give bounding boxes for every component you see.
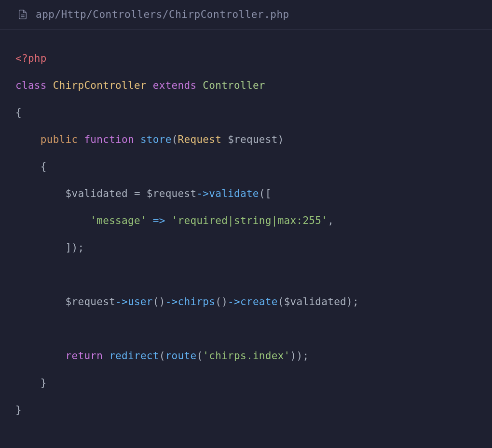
- brace-open: {: [15, 107, 22, 118]
- code-line-1: <?php: [15, 45, 477, 72]
- code-line-7: 'message' => 'required|string|max:255',: [15, 207, 477, 234]
- code-line-3: {: [15, 99, 477, 126]
- php-open-tag: <?php: [15, 53, 47, 64]
- parens: (): [153, 296, 165, 308]
- code-line-10: return redirect(route('chirps.index'));: [15, 342, 477, 369]
- arrow-op: ->: [165, 296, 178, 308]
- arrow-op: ->: [196, 188, 209, 199]
- paren-open: (: [278, 296, 284, 308]
- visibility-keyword: public: [41, 134, 78, 145]
- paren-close: );: [346, 296, 359, 308]
- code-line-12: }: [15, 396, 477, 423]
- bracket: ([: [259, 188, 272, 199]
- paren-open: (: [159, 350, 165, 362]
- code-line-5: {: [15, 153, 477, 180]
- code-line-6: $validated = $request->validate([: [15, 180, 477, 207]
- method-call: validate: [209, 188, 259, 199]
- function-call: redirect: [109, 350, 159, 362]
- file-icon: [17, 9, 28, 20]
- function-call: route: [165, 350, 197, 362]
- extends-keyword: extends: [153, 80, 197, 91]
- paren-close: ): [278, 134, 284, 145]
- paren-open: (: [172, 134, 178, 145]
- paren-open: (: [196, 350, 203, 362]
- method-call: create: [240, 296, 278, 308]
- method-call: chirps: [178, 296, 216, 308]
- code-line-9: $request->user()->chirps()->create($vali…: [15, 288, 477, 315]
- parent-class: Controller: [203, 80, 265, 91]
- function-name: store: [140, 134, 172, 145]
- class-keyword: class: [15, 80, 47, 91]
- string-value: 'required|string|max:255': [172, 215, 328, 226]
- method-call: user: [128, 296, 153, 308]
- code-line-4: public function store(Request $request): [15, 126, 477, 153]
- file-header: app/Http/Controllers/ChirpController.php: [0, 0, 492, 29]
- arrow-op: ->: [228, 296, 240, 308]
- code-line-11: }: [15, 369, 477, 396]
- code-line-blank-1: [15, 261, 477, 288]
- brace-close: }: [41, 377, 47, 389]
- equals: =: [128, 188, 147, 199]
- brace-open: {: [41, 161, 47, 172]
- return-keyword: return: [66, 350, 103, 362]
- string-key: 'message': [90, 215, 147, 226]
- comma: ,: [328, 215, 334, 226]
- file-path: app/Http/Controllers/ChirpController.php: [36, 9, 289, 20]
- code-line-8: ]);: [15, 234, 477, 261]
- function-keyword: function: [84, 134, 134, 145]
- param-name: $request: [228, 134, 278, 145]
- variable: $request: [66, 296, 116, 308]
- paren-close: ));: [290, 350, 309, 362]
- variable: $request: [147, 188, 197, 199]
- string-literal: 'chirps.index': [203, 350, 290, 362]
- fat-arrow: =>: [147, 215, 172, 226]
- code-block: <?php class ChirpController extends Cont…: [0, 29, 492, 439]
- brace-close: }: [15, 404, 22, 416]
- variable: $validated: [66, 188, 128, 199]
- parens: (): [215, 296, 228, 308]
- bracket-close: ]);: [66, 242, 84, 253]
- code-line-2: class ChirpController extends Controller: [15, 72, 477, 99]
- arrow-op: ->: [115, 296, 128, 308]
- code-line-blank-2: [15, 315, 477, 342]
- class-name: ChirpController: [53, 80, 147, 91]
- variable: $validated: [284, 296, 346, 308]
- param-type: Request: [178, 134, 222, 145]
